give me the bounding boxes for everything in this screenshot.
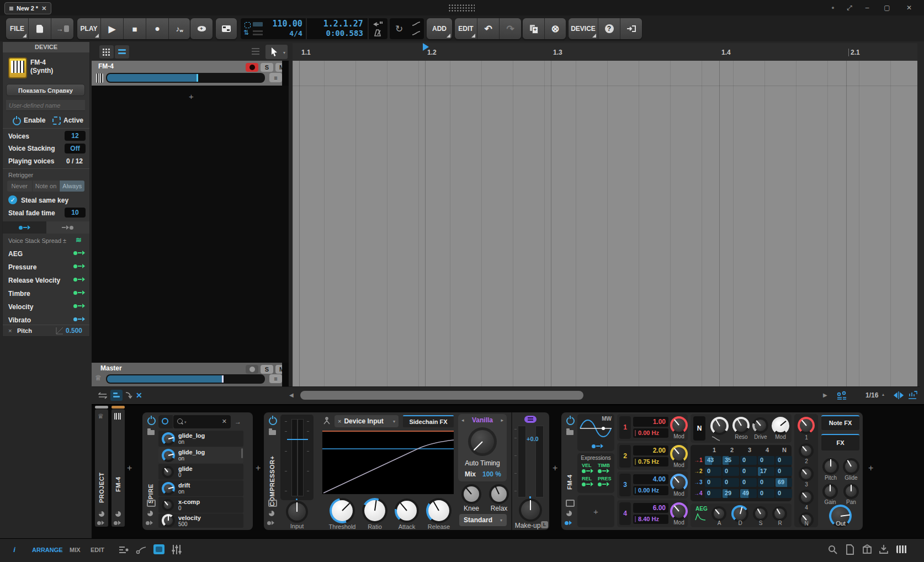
operator-4-ratio[interactable]: 6.00: [633, 503, 668, 513]
operator-2-ratio[interactable]: 2.00: [633, 446, 668, 455]
file-menu-button[interactable]: FILE: [6, 18, 29, 39]
insert-device-button[interactable]: [620, 18, 642, 39]
threshold-knob[interactable]: [330, 498, 355, 523]
attack-knob[interactable]: [395, 499, 419, 523]
steal-same-key-checkbox[interactable]: ✓: [8, 195, 17, 204]
zoom-fit-horizontal-icon[interactable]: [893, 391, 904, 400]
add-device-button[interactable]: +: [553, 463, 557, 473]
scroll-right-arrow[interactable]: ▶: [823, 392, 827, 398]
add-track-button[interactable]: +: [189, 92, 194, 101]
punch-in-icon[interactable]: [373, 21, 383, 28]
pitch-remove-icon[interactable]: ×: [8, 327, 12, 334]
record-arm-button[interactable]: [246, 63, 258, 72]
matrix-cell[interactable]: 0: [740, 456, 757, 465]
add-menu-button[interactable]: ADD: [427, 18, 452, 39]
spire-power-icon[interactable]: [147, 417, 156, 425]
fx-button[interactable]: FX: [821, 434, 859, 450]
operator-2-number[interactable]: 2: [619, 445, 631, 468]
tab-modulation-out[interactable]: [3, 221, 46, 234]
enable-label[interactable]: Enable: [24, 116, 45, 124]
zoom-fit-vertical-icon[interactable]: [907, 391, 917, 400]
automation-write-button[interactable]: ♪w: [169, 18, 190, 39]
master-track-name[interactable]: Master: [100, 364, 122, 372]
pitch-knob[interactable]: [822, 458, 839, 475]
output-4-knob[interactable]: [799, 490, 814, 505]
track-menu-button[interactable]: ≡: [269, 73, 282, 82]
automation-panel-icon[interactable]: [136, 545, 147, 555]
solo-button[interactable]: S: [261, 63, 273, 72]
operator-1-ratio[interactable]: 1.00: [633, 417, 668, 427]
operator-4-mod-knob[interactable]: [670, 502, 688, 520]
show-help-button[interactable]: Показать Справку: [6, 84, 85, 96]
matrix-cell[interactable]: 49: [740, 489, 757, 498]
master-volume-fader[interactable]: [106, 374, 265, 384]
matrix-cell[interactable]: 0: [705, 489, 721, 498]
makeup-eq-badge[interactable]: [524, 416, 537, 423]
dual-row-button[interactable]: [115, 45, 129, 59]
timeline-ruler[interactable]: 1.1 1.2 1.3 1.4 2.1: [293, 43, 917, 61]
master-menu-button[interactable]: ≡: [269, 374, 282, 383]
modulator-pressure[interactable]: Pressure: [8, 263, 36, 271]
matrix-cell[interactable]: 29: [723, 489, 739, 498]
grid-resolution-chevron[interactable]: ▴: [882, 392, 884, 397]
fm4-remote-icon[interactable]: [566, 500, 575, 507]
pointer-tool-button[interactable]: ▾: [265, 45, 288, 59]
knee-knob[interactable]: [461, 484, 481, 504]
operator-1-number[interactable]: 1: [619, 416, 631, 439]
link-zoom-icon[interactable]: [836, 390, 848, 401]
compressor-mode-dropdown[interactable]: Standard ▾: [459, 514, 507, 526]
tab-modulation-in[interactable]: [46, 221, 90, 234]
ratio-knob[interactable]: [362, 498, 387, 523]
display-profile-icon[interactable]: ⤢: [843, 2, 856, 13]
pitch-value[interactable]: 0.500: [66, 327, 82, 335]
active-chip-icon[interactable]: [52, 116, 61, 125]
active-label[interactable]: Active: [63, 116, 83, 124]
tempo-display[interactable]: 110.00 4/4: [265, 18, 305, 39]
playhead-marker[interactable]: [423, 43, 429, 51]
relax-knob[interactable]: [489, 484, 509, 504]
fm4-clock-icon[interactable]: [566, 511, 572, 516]
preset-row[interactable]: drifton: [158, 480, 243, 496]
mw-modulator-cell[interactable]: MW: [577, 414, 614, 451]
expression-pres[interactable]: PRES: [598, 476, 612, 481]
package-browser-icon[interactable]: [862, 544, 872, 554]
output-3-knob[interactable]: [799, 466, 814, 481]
matrix-cell[interactable]: 43: [705, 456, 721, 465]
operator-3-ratio[interactable]: 4.00: [633, 474, 668, 484]
gain-knob[interactable]: [822, 484, 838, 499]
matrix-cell[interactable]: 0: [758, 478, 774, 487]
operator-3-fine[interactable]: 0.00 Hz: [633, 486, 668, 495]
operator-1-fine[interactable]: 0.00 Hz: [633, 428, 668, 438]
import-button[interactable]: →: [51, 18, 73, 39]
tab-track-fm4[interactable]: FM-4: [111, 409, 125, 527]
track-name[interactable]: FM-4: [98, 62, 114, 70]
clear-selection-icon[interactable]: ✕: [136, 391, 142, 400]
limiter-badge[interactable]: L: [541, 521, 548, 528]
expression-timb[interactable]: TIMB: [598, 463, 610, 468]
modulator-aeg[interactable]: AEG: [8, 250, 23, 258]
position-display[interactable]: 1.2.1.27 0:00.583: [307, 18, 368, 39]
compressor-preset-folder-icon[interactable]: [269, 430, 276, 435]
operator-3-mod-knob[interactable]: [670, 474, 688, 491]
threshold-line[interactable]: [287, 439, 308, 440]
matrix-cell[interactable]: 0: [740, 478, 757, 487]
project-clock-icon[interactable]: [99, 511, 104, 517]
matrix-cell[interactable]: 69: [776, 478, 792, 487]
compressor-power-icon[interactable]: [269, 417, 277, 425]
matrix-cell[interactable]: 0: [758, 489, 774, 498]
operator-1-mod-knob[interactable]: [670, 416, 688, 434]
note-fx-button[interactable]: Note FX: [821, 415, 859, 430]
voice-stacking-value[interactable]: Off: [65, 144, 86, 153]
fm4-power-icon[interactable]: [566, 417, 575, 425]
track-modroute-icon[interactable]: [114, 521, 121, 525]
track-display-mode-button[interactable]: [110, 390, 123, 401]
matrix-cell[interactable]: 0: [705, 467, 721, 476]
play-button[interactable]: ▶: [101, 18, 124, 39]
add-device-button[interactable]: +: [256, 463, 261, 473]
device-fm4[interactable]: FM-4 MW Expressions VEL TIMB: [561, 412, 863, 530]
modulator-release-velocity[interactable]: Release Velocity: [8, 277, 60, 284]
automation-follow[interactable]: [408, 18, 424, 39]
device-compressor[interactable]: COMPRESSOR+ Input ×: [264, 412, 549, 530]
downloads-icon[interactable]: [879, 544, 889, 554]
add-device-start-button[interactable]: +: [127, 463, 132, 473]
